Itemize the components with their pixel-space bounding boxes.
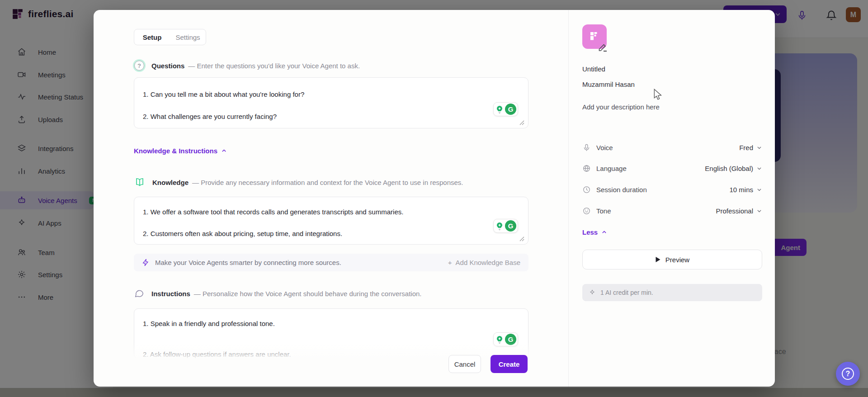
setting-label: Session duration	[596, 186, 647, 194]
tone-value-dropdown[interactable]: Professional	[716, 207, 762, 215]
grammarly-g-icon: G	[505, 104, 516, 115]
agent-avatar-glyph	[589, 31, 600, 42]
grammarly-g-icon: G	[505, 220, 516, 232]
book-icon	[134, 177, 145, 188]
instruction-line-1: 1. Speak in a friendly and professional …	[143, 320, 275, 327]
help-button[interactable]: ?	[836, 362, 860, 386]
connect-sources-text: Make your Voice Agents smarter by connec…	[155, 259, 341, 266]
play-icon	[655, 256, 661, 263]
tab-settings[interactable]: Settings	[170, 33, 206, 41]
agent-description-placeholder[interactable]: Add your description here	[582, 103, 660, 111]
less-toggle[interactable]: Less	[582, 228, 607, 236]
knowledge-description: — Provide any necessary information and …	[192, 179, 463, 186]
session-duration-value-dropdown[interactable]: 10 mins	[729, 186, 762, 194]
grammarly-widget[interactable]: G	[493, 219, 518, 233]
session-duration-setting-row[interactable]: Session duration 10 mins	[582, 185, 762, 194]
add-knowledge-base-button[interactable]: + Add Knowledge Base	[448, 259, 520, 266]
resize-handle-icon[interactable]	[519, 120, 524, 125]
questions-textarea[interactable]: 1. Can you tell me a bit about what you'…	[134, 77, 528, 128]
knowledge-line-1: 1. We offer a software tool that records…	[143, 208, 403, 216]
mic-icon	[582, 143, 591, 152]
voice-setting-row[interactable]: Voice Fred	[582, 143, 762, 152]
clock-icon	[582, 185, 591, 194]
grammarly-widget[interactable]: G	[493, 102, 518, 116]
create-button[interactable]: Create	[491, 355, 528, 373]
question-mark-icon: ?	[134, 61, 144, 71]
questions-description: — Enter the questions you'd like your Vo…	[188, 62, 360, 70]
grammarly-bulb-icon	[495, 222, 504, 231]
grammarly-bulb-icon	[495, 105, 504, 114]
knowledge-line-2: 2. Customers often ask about pricing, se…	[143, 230, 342, 237]
mouse-cursor	[653, 89, 663, 100]
setting-label: Language	[596, 165, 627, 172]
questions-title: Questions	[151, 62, 184, 70]
question-line-2: 2. What challenges are you currently fac…	[143, 113, 277, 120]
instructions-section-header: Instructions — Personalize how the Voice…	[134, 288, 422, 298]
modal-divider	[568, 10, 569, 387]
instructions-description: — Personalize how the Voice Agent should…	[194, 290, 422, 298]
voice-value-dropdown[interactable]: Fred	[739, 144, 762, 151]
language-value-dropdown[interactable]: English (Global)	[705, 165, 762, 172]
plus-icon: +	[448, 259, 452, 266]
chevron-down-icon	[756, 165, 762, 171]
chevron-down-icon	[756, 145, 762, 151]
question-line-1: 1. Can you tell me a bit about what you'…	[143, 90, 304, 98]
ai-credit-note: 1 AI credit per min.	[582, 284, 762, 301]
modal-tabbar: Setup Settings	[134, 29, 206, 45]
knowledge-instructions-toggle[interactable]: Knowledge & Instructions	[134, 147, 227, 155]
setting-label: Tone	[596, 207, 611, 215]
comment-bubble-icon	[134, 288, 144, 298]
setting-label: Voice	[596, 144, 613, 151]
cancel-button[interactable]: Cancel	[448, 355, 481, 373]
preview-button[interactable]: Preview	[582, 250, 762, 269]
tone-setting-row[interactable]: Tone Professional	[582, 206, 762, 215]
setting-value: Professional	[716, 207, 753, 215]
questions-section-header: ? Questions — Enter the questions you'd …	[134, 61, 360, 71]
knowledge-section-header: Knowledge — Provide any necessary inform…	[134, 177, 463, 188]
agent-name[interactable]: Untitled	[582, 65, 605, 73]
create-voice-agent-modal: Setup Settings ? Questions — Enter the q…	[94, 10, 775, 387]
language-setting-row[interactable]: Language English (Global)	[582, 164, 762, 173]
tab-setup[interactable]: Setup	[134, 33, 170, 41]
chevron-down-icon	[756, 187, 762, 193]
instructions-title: Instructions	[151, 290, 190, 298]
add-knowledge-base-label: Add Knowledge Base	[456, 259, 520, 266]
knowledge-textarea[interactable]: 1. We offer a software tool that records…	[134, 197, 528, 245]
ai-credit-text: 1 AI credit per min.	[600, 289, 653, 296]
agent-owner: Muzammil Hasan	[582, 80, 635, 88]
edit-pencil-icon[interactable]	[598, 42, 609, 52]
chevron-up-icon	[601, 229, 607, 235]
setting-value: Fred	[739, 144, 753, 151]
lightning-bolt-icon	[142, 259, 150, 266]
resize-handle-icon[interactable]	[519, 236, 524, 241]
toggle-label: Knowledge & Instructions	[134, 147, 217, 155]
question-mark-icon: ?	[842, 368, 854, 380]
chevron-up-icon	[221, 148, 227, 154]
sparkle-icon	[589, 289, 596, 296]
setting-value: English (Global)	[705, 165, 753, 172]
chevron-down-icon	[756, 208, 762, 214]
globe-icon	[582, 164, 591, 173]
less-label: Less	[582, 228, 598, 236]
smiley-icon	[582, 207, 591, 215]
connect-sources-bar: Make your Voice Agents smarter by connec…	[134, 254, 528, 271]
preview-label: Preview	[665, 256, 689, 264]
setting-value: 10 mins	[729, 186, 753, 194]
knowledge-title: Knowledge	[152, 179, 189, 186]
